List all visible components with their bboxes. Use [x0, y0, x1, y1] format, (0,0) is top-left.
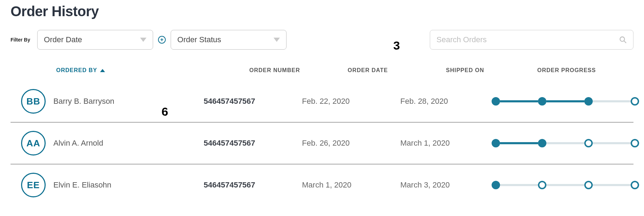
- annotation-marker-3: 3: [393, 39, 400, 52]
- filter-bar: Filter By Order Date + Order Status: [11, 30, 633, 50]
- progress-node: [492, 181, 500, 189]
- add-filter-button[interactable]: +: [158, 36, 166, 44]
- cell-order-progress: [492, 97, 639, 106]
- order-history-table: Ordered By Order Number Order Date Shipp…: [11, 67, 633, 206]
- progress-node: [538, 97, 546, 106]
- progress-node: [492, 139, 500, 147]
- progress-node: [538, 181, 546, 189]
- cell-ordered-by: BB Barry B. Barryson: [11, 89, 204, 114]
- progress-segment: [546, 184, 584, 186]
- progress-segment: [546, 100, 584, 102]
- progress-bar: [492, 97, 639, 106]
- search-icon: [619, 36, 627, 44]
- search-orders-field[interactable]: [430, 30, 633, 50]
- cell-shipped-on: Feb. 28, 2020: [400, 97, 492, 106]
- progress-node: [584, 181, 593, 189]
- progress-segment: [593, 184, 631, 186]
- cell-order-date: March 1, 2020: [302, 180, 400, 190]
- column-label: Ordered By: [56, 67, 97, 74]
- cell-order-date: Feb. 22, 2020: [302, 97, 400, 106]
- column-ordered-by[interactable]: Ordered By: [56, 67, 249, 74]
- sort-ascending-icon: [100, 69, 105, 72]
- column-order-date[interactable]: Order Date: [348, 67, 446, 74]
- table-row[interactable]: AA Alvin A. Arnold 546457457567 Feb. 26,…: [11, 122, 633, 164]
- cell-order-number: 546457457567: [204, 180, 302, 190]
- progress-node: [631, 97, 639, 106]
- table-row[interactable]: BB Barry B. Barryson 546457457567 Feb. 2…: [11, 81, 633, 122]
- cell-shipped-on: March 1, 2020: [400, 139, 492, 148]
- plus-icon: +: [160, 37, 163, 43]
- avatar: EE: [21, 173, 46, 197]
- cell-order-progress: [492, 139, 639, 147]
- customer-name: Barry B. Barryson: [53, 97, 114, 106]
- cell-ordered-by: EE Elvin E. Eliasohn: [11, 173, 204, 197]
- table-row[interactable]: EE Elvin E. Eliasohn 546457457567 March …: [11, 164, 633, 206]
- column-order-number[interactable]: Order Number: [249, 67, 348, 74]
- avatar: AA: [21, 131, 46, 155]
- cell-shipped-on: March 3, 2020: [400, 180, 492, 190]
- progress-segment: [500, 142, 538, 144]
- customer-name: Elvin E. Eliasohn: [53, 180, 111, 190]
- chevron-down-icon: [274, 38, 280, 42]
- filter-order-date-dropdown[interactable]: Order Date: [37, 30, 153, 50]
- filter-by-label: Filter By: [11, 37, 30, 43]
- cell-order-number: 546457457567: [204, 97, 302, 106]
- progress-node: [584, 139, 593, 147]
- dropdown-label: Order Date: [44, 35, 82, 44]
- cell-ordered-by: AA Alvin A. Arnold: [11, 131, 204, 155]
- avatar: BB: [21, 89, 46, 114]
- page-title: Order History: [11, 4, 633, 19]
- annotation-marker-6: 6: [162, 105, 168, 119]
- cell-order-date: Feb. 26, 2020: [302, 139, 400, 148]
- progress-segment: [500, 100, 538, 102]
- progress-node: [492, 97, 500, 106]
- table-header: Ordered By Order Number Order Date Shipp…: [11, 67, 633, 81]
- progress-bar: [492, 139, 639, 147]
- cell-order-number: 546457457567: [204, 139, 302, 148]
- svg-point-0: [620, 37, 625, 42]
- cell-order-progress: [492, 181, 639, 189]
- progress-segment: [500, 184, 538, 186]
- filter-order-status-dropdown[interactable]: Order Status: [171, 30, 287, 50]
- progress-segment: [546, 142, 584, 144]
- progress-node: [631, 139, 639, 147]
- progress-node: [631, 181, 639, 189]
- progress-segment: [593, 142, 631, 144]
- customer-name: Alvin A. Arnold: [53, 139, 103, 148]
- dropdown-label: Order Status: [177, 35, 221, 44]
- chevron-down-icon: [140, 38, 146, 42]
- progress-node: [538, 139, 546, 147]
- svg-line-1: [624, 41, 626, 43]
- progress-segment: [593, 100, 631, 102]
- progress-bar: [492, 181, 639, 189]
- progress-node: [584, 97, 593, 106]
- search-input[interactable]: [436, 35, 619, 44]
- column-order-progress[interactable]: Order Progress: [537, 67, 633, 74]
- column-shipped-on[interactable]: Shipped On: [446, 67, 537, 74]
